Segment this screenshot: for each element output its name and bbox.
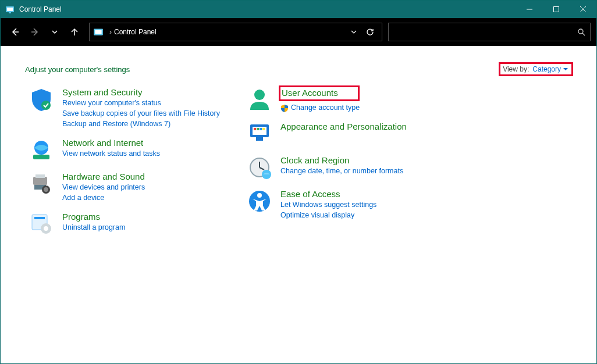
category-link[interactable]: Review your computer's status [62,98,220,108]
minimize-button[interactable] [516,1,543,18]
content-header: Adjust your computer's settings View by:… [24,62,573,76]
globe-icon [29,137,54,163]
category-ease-of-access: Ease of Access Let Windows suggest setti… [247,188,462,220]
refresh-icon [366,28,374,36]
categories: System and Security Review your computer… [24,87,573,245]
category-link[interactable]: View network status and tasks [62,149,160,159]
category-title[interactable]: Appearance and Personalization [280,121,407,132]
minimize-icon [527,6,532,12]
programs-icon [29,211,54,237]
uac-shield-icon [280,104,289,112]
up-icon [70,27,79,37]
address-bar[interactable]: › Control Panel [89,23,382,41]
svg-rect-31 [260,128,262,130]
category-link[interactable]: Add a device [62,193,145,203]
printer-icon [29,171,54,197]
maximize-button[interactable] [543,1,570,18]
category-link[interactable]: Backup and Restore (Windows 7) [62,119,220,129]
chevron-down-icon [351,29,357,35]
svg-point-12 [578,29,583,34]
category-programs: Programs Uninstall a program [29,211,229,237]
svg-rect-4 [554,7,559,12]
control-panel-icon [93,27,104,37]
svg-rect-33 [256,137,263,141]
category-title[interactable]: Network and Internet [62,137,160,148]
monitor-icon [247,121,272,147]
category-link[interactable]: Uninstall a program [62,223,125,233]
svg-rect-32 [262,128,265,130]
category-user-accounts: User Accounts Change account type [247,87,462,113]
view-by-label: View by: [503,65,529,73]
svg-rect-30 [257,128,259,130]
svg-line-13 [582,33,585,35]
svg-point-39 [257,193,262,198]
view-by-value[interactable]: Category [532,65,568,73]
view-by-selector[interactable]: View by: Category [499,62,573,76]
close-button[interactable] [570,1,596,18]
svg-rect-1 [7,8,13,11]
category-link-text: Change account type [291,103,360,113]
titlebar: Control Panel [1,1,596,18]
maximize-icon [553,6,559,12]
category-appearance-personalization: Appearance and Personalization [247,121,462,147]
content-area: Adjust your computer's settings View by:… [1,46,596,363]
shield-icon [29,87,54,112]
category-link[interactable]: Let Windows suggest settings [280,200,376,210]
highlight-box: User Accounts [279,85,360,101]
refresh-button[interactable] [362,28,378,36]
search-icon [577,28,585,36]
recent-locations-button[interactable] [46,23,63,41]
forward-icon [30,27,40,37]
category-clock-region: Clock and Region Change date, time, or n… [247,155,462,180]
category-link[interactable]: Optimize visual display [280,210,376,220]
search-box[interactable] [388,23,591,41]
left-column: System and Security Review your computer… [29,87,229,245]
svg-rect-11 [95,30,101,34]
svg-point-14 [41,101,51,110]
accessibility-icon [247,188,272,214]
category-network-internet: Network and Internet View network status… [29,137,229,163]
breadcrumb-chevron-icon: › [109,28,112,36]
svg-rect-2 [9,12,11,13]
category-title[interactable]: Programs [62,211,125,222]
category-link[interactable]: Save backup copies of your files with Fi… [62,109,220,119]
up-button[interactable] [66,23,83,41]
category-title[interactable]: User Accounts [282,88,338,98]
category-title[interactable]: Clock and Region [280,155,403,166]
control-panel-app-icon [5,5,15,14]
category-hardware-sound: Hardware and Sound View devices and prin… [29,171,229,203]
chevron-down-icon [52,29,58,35]
page-heading: Adjust your computer's settings [24,65,499,74]
svg-rect-18 [35,174,45,178]
category-title[interactable]: System and Security [62,87,220,98]
user-icon [247,87,272,112]
right-column: User Accounts Change account type Appear… [247,87,462,245]
category-link[interactable]: View devices and printers [62,183,145,192]
address-dropdown-button[interactable] [346,29,362,35]
nav-toolbar: › Control Panel [1,18,596,46]
category-link[interactable]: Change account type [280,103,360,113]
dropdown-triangle-icon [563,67,568,72]
view-by-value-text: Category [532,65,561,73]
svg-rect-23 [34,217,45,219]
forward-button[interactable] [26,23,44,41]
svg-point-26 [254,90,265,100]
svg-rect-16 [33,155,49,159]
breadcrumb-location[interactable]: Control Panel [114,28,157,36]
category-link[interactable]: Change date, time, or number formats [280,166,403,176]
svg-point-25 [44,226,48,231]
back-icon [10,27,20,37]
category-title[interactable]: Hardware and Sound [62,171,145,182]
close-icon [580,6,586,12]
back-button[interactable] [6,23,24,41]
window-title: Control Panel [19,5,62,13]
svg-point-21 [44,187,48,192]
clock-icon [247,155,272,180]
category-system-security: System and Security Review your computer… [29,87,229,129]
category-title[interactable]: Ease of Access [280,188,376,199]
svg-rect-29 [254,128,256,130]
svg-rect-17 [33,177,47,185]
window: Control Panel › Control P [0,0,597,364]
